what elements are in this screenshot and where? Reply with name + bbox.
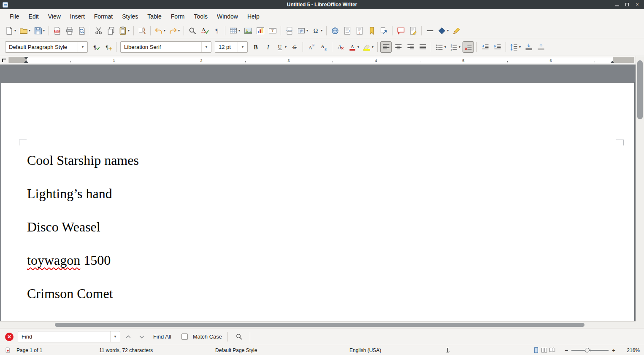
font-name-combobox[interactable]: Liberation Serif▼ [120, 41, 211, 53]
dropdown-arrow-icon[interactable]: ▾ [128, 29, 130, 32]
horizontal-ruler[interactable]: 123456 [0, 56, 636, 65]
underline-button[interactable]: ▾ [274, 41, 288, 53]
clone-formatting-button[interactable] [136, 25, 148, 36]
zoom-in-button[interactable]: + [610, 347, 617, 354]
insert-endnote-button[interactable] [354, 25, 365, 36]
increase-indent-button[interactable] [492, 41, 503, 53]
insert-page-break-button[interactable] [284, 25, 295, 36]
menu-format[interactable]: Format [89, 11, 117, 22]
paragraph[interactable]: Lighting’s hand [27, 186, 609, 202]
ordered-list-button[interactable]: ▾ [448, 41, 462, 53]
highlight-color-button[interactable]: ▾ [361, 41, 375, 53]
paragraph-style-combobox[interactable]: Default Paragraph Style▼ [5, 41, 88, 53]
paragraph[interactable]: Crimson Comet [27, 285, 609, 301]
new-style-button[interactable] [102, 41, 114, 53]
insert-textbox-button[interactable] [267, 25, 278, 36]
save-button[interactable]: ▾ [32, 25, 46, 36]
show-draw-functions-button[interactable] [451, 25, 462, 36]
dropdown-arrow-icon[interactable]: ▼ [201, 42, 211, 52]
dropdown-arrow-icon[interactable]: ▼ [238, 42, 247, 52]
font-color-button[interactable]: ▾ [347, 41, 360, 53]
horizontal-scrollbar-thumb[interactable] [55, 323, 584, 327]
zoom-level[interactable]: 216% [620, 347, 640, 353]
indent-marker-left[interactable] [24, 57, 28, 63]
insert-cross-reference-button[interactable] [378, 25, 390, 36]
page-style-status[interactable]: Default Page Style [215, 347, 349, 353]
insert-chart-button[interactable] [254, 25, 266, 36]
strikethrough-button[interactable] [289, 41, 300, 53]
menu-styles[interactable]: Styles [117, 11, 143, 22]
selection-mode-icon[interactable] [444, 347, 451, 353]
document-page[interactable]: Cool Starship namesLighting’s handDisco … [1, 82, 635, 321]
find-and-replace-button[interactable] [233, 331, 244, 342]
find-all-button[interactable]: Find All [150, 331, 175, 342]
update-style-button[interactable] [90, 41, 101, 53]
paragraph[interactable]: Disco Weasel [27, 219, 609, 235]
menu-tools[interactable]: Tools [189, 11, 212, 22]
no-list-button[interactable] [463, 41, 474, 53]
insert-comment-button[interactable] [395, 25, 406, 36]
menu-window[interactable]: Window [212, 11, 243, 22]
clear-formatting-button[interactable] [335, 41, 346, 53]
vertical-scrollbar-thumb[interactable] [637, 60, 643, 119]
find-input[interactable] [18, 333, 110, 340]
document-text[interactable]: Cool Starship namesLighting’s handDisco … [27, 152, 609, 319]
dropdown-arrow-icon[interactable]: ▾ [285, 45, 287, 49]
italic-button[interactable] [262, 41, 273, 53]
track-changes-button[interactable] [407, 25, 419, 36]
superscript-button[interactable] [306, 41, 317, 53]
undo-button[interactable]: ▾ [153, 25, 167, 36]
single-page-view-icon[interactable] [533, 347, 539, 353]
increase-paragraph-spacing-button[interactable] [523, 41, 534, 53]
page-number-status[interactable]: Page 1 of 1 [16, 347, 99, 353]
insert-special-character-button[interactable]: ▾ [310, 25, 324, 36]
dropdown-arrow-icon[interactable]: ▾ [178, 29, 180, 32]
basic-shapes-button[interactable]: ▾ [436, 25, 450, 36]
new-document-button[interactable]: ▾ [4, 25, 17, 36]
dropdown-arrow-icon[interactable]: ▾ [372, 45, 373, 49]
decrease-indent-button[interactable] [479, 41, 491, 53]
find-previous-button[interactable] [123, 331, 134, 342]
zoom-out-button[interactable]: − [563, 347, 570, 354]
align-right-button[interactable] [405, 41, 416, 53]
book-view-icon[interactable] [549, 347, 555, 353]
dropdown-arrow-icon[interactable]: ▾ [164, 29, 165, 32]
multi-page-view-icon[interactable] [541, 347, 547, 353]
menu-form[interactable]: Form [166, 11, 189, 22]
subscript-button[interactable] [318, 41, 329, 53]
zoom-slider-thumb[interactable] [585, 348, 590, 352]
insert-bookmark-button[interactable] [366, 25, 377, 36]
document-modified-icon[interactable] [5, 347, 11, 353]
menu-edit[interactable]: Edit [24, 11, 43, 22]
insert-image-button[interactable] [242, 25, 254, 36]
paragraph[interactable]: toywagon 1500 [27, 252, 609, 268]
dropdown-arrow-icon[interactable]: ▾ [306, 29, 308, 32]
line-spacing-button[interactable]: ▾ [509, 41, 522, 53]
bold-button[interactable] [250, 41, 261, 53]
insert-horizontal-line-button[interactable] [424, 25, 436, 36]
menu-help[interactable]: Help [243, 11, 264, 22]
vertical-scrollbar[interactable] [636, 56, 644, 321]
horizontal-scrollbar[interactable] [0, 321, 636, 328]
insert-table-button[interactable]: ▾ [228, 25, 241, 36]
menu-table[interactable]: Table [143, 11, 166, 22]
paragraph[interactable]: Cool Starship names [27, 152, 609, 168]
dropdown-arrow-icon[interactable]: ▾ [238, 29, 240, 32]
align-center-button[interactable] [392, 41, 404, 53]
export-pdf-button[interactable] [51, 25, 63, 36]
redo-button[interactable]: ▾ [168, 25, 181, 36]
open-file-button[interactable]: ▾ [18, 25, 32, 36]
spelling-button[interactable] [199, 25, 210, 36]
insert-hyperlink-button[interactable] [329, 25, 341, 36]
dropdown-arrow-icon[interactable]: ▾ [459, 45, 460, 49]
minimize-button[interactable] [614, 2, 620, 8]
font-size-combobox[interactable]: 12 pt▼ [215, 41, 248, 53]
dropdown-arrow-icon[interactable]: ▾ [519, 45, 521, 49]
dropdown-arrow-icon[interactable]: ▾ [321, 29, 322, 32]
cut-button[interactable] [93, 25, 104, 36]
unordered-list-button[interactable]: ▾ [434, 41, 447, 53]
language-status[interactable]: English (USA) [349, 347, 444, 353]
close-button[interactable]: × [634, 2, 640, 8]
close-find-bar-button[interactable]: ✕ [5, 333, 14, 341]
titlebar[interactable]: Untitled 5 - LibreOffice Writer × [0, 0, 644, 9]
